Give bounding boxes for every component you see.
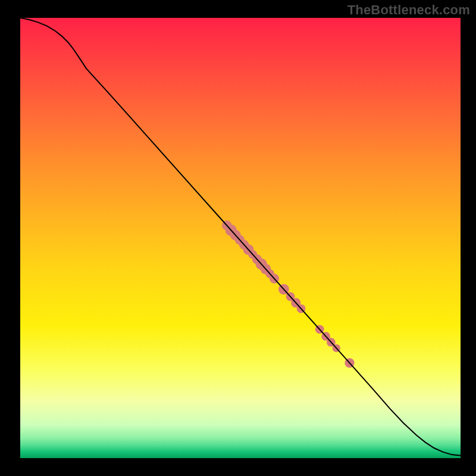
chart-svg bbox=[20, 18, 461, 458]
chart-container: TheBottleneck.com bbox=[0, 0, 476, 476]
plot-area bbox=[20, 18, 461, 458]
watermark-text: TheBottleneck.com bbox=[347, 2, 470, 18]
